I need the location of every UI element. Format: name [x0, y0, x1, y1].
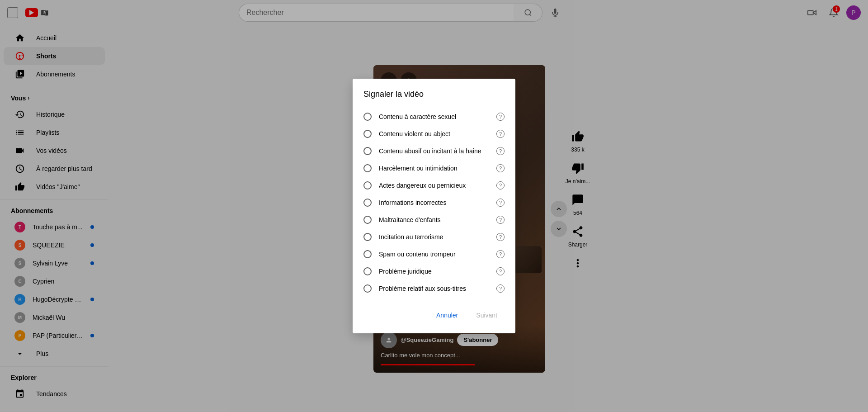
radio-label-dangereux: Actes dangereux ou pernicieux: [379, 182, 489, 189]
radio-circle-harcelement: [363, 164, 372, 172]
help-icon-spam[interactable]: ?: [496, 250, 505, 258]
radio-label-violent: Contenu violent ou abject: [379, 130, 489, 137]
radio-label-incorrectes: Informations incorrectes: [379, 199, 489, 206]
cancel-button[interactable]: Annuler: [429, 308, 465, 322]
radio-option-sous-titres[interactable]: Problème relatif aux sous-titres ?: [363, 280, 505, 297]
report-options: Contenu à caractère sexuel ? Contenu vio…: [363, 108, 505, 297]
radio-circle-violent: [363, 130, 372, 138]
modal-footer: Annuler Suivant: [363, 308, 505, 322]
radio-circle-terrorisme: [363, 233, 372, 241]
radio-label-maltraitance: Maltraitance d'enfants: [379, 216, 489, 223]
help-icon-harcelement[interactable]: ?: [496, 164, 505, 172]
radio-label-sous-titres: Problème relatif aux sous-titres: [379, 285, 489, 292]
radio-circle-incorrectes: [363, 199, 372, 207]
radio-label-juridique: Problème juridique: [379, 268, 489, 275]
radio-option-harcelement[interactable]: Harcèlement ou intimidation ?: [363, 160, 505, 177]
next-button[interactable]: Suivant: [469, 308, 505, 322]
radio-label-spam: Spam ou contenu trompeur: [379, 251, 489, 258]
radio-option-maltraitance[interactable]: Maltraitance d'enfants ?: [363, 211, 505, 228]
radio-circle-sous-titres: [363, 284, 372, 293]
radio-circle-spam: [363, 250, 372, 258]
radio-option-violent[interactable]: Contenu violent ou abject ?: [363, 125, 505, 142]
modal-title: Signaler la vidéo: [363, 90, 505, 99]
help-icon-juridique[interactable]: ?: [496, 267, 505, 275]
report-modal: Signaler la vidéo Contenu à caractère se…: [353, 79, 515, 333]
modal-overlay[interactable]: Signaler la vidéo Contenu à caractère se…: [0, 0, 868, 412]
help-icon-abusif[interactable]: ?: [496, 147, 505, 155]
radio-label-sexuel: Contenu à caractère sexuel: [379, 113, 489, 120]
help-icon-sous-titres[interactable]: ?: [496, 284, 505, 293]
radio-label-harcelement: Harcèlement ou intimidation: [379, 165, 489, 172]
radio-circle-maltraitance: [363, 216, 372, 224]
radio-option-juridique[interactable]: Problème juridique ?: [363, 263, 505, 280]
radio-circle-juridique: [363, 267, 372, 275]
radio-circle-sexuel: [363, 113, 372, 121]
help-icon-incorrectes[interactable]: ?: [496, 199, 505, 207]
radio-option-terrorisme[interactable]: Incitation au terrorisme ?: [363, 228, 505, 246]
radio-label-terrorisme: Incitation au terrorisme: [379, 233, 489, 241]
radio-option-sexuel[interactable]: Contenu à caractère sexuel ?: [363, 108, 505, 125]
radio-option-spam[interactable]: Spam ou contenu trompeur ?: [363, 246, 505, 263]
help-icon-sexuel[interactable]: ?: [496, 113, 505, 121]
radio-option-incorrectes[interactable]: Informations incorrectes ?: [363, 194, 505, 211]
help-icon-violent[interactable]: ?: [496, 130, 505, 138]
help-icon-terrorisme[interactable]: ?: [496, 233, 505, 241]
radio-label-abusif: Contenu abusif ou incitant à la haine: [379, 147, 489, 155]
help-icon-dangereux[interactable]: ?: [496, 181, 505, 189]
help-icon-maltraitance[interactable]: ?: [496, 216, 505, 224]
radio-option-abusif[interactable]: Contenu abusif ou incitant à la haine ?: [363, 142, 505, 160]
radio-circle-abusif: [363, 147, 372, 155]
radio-circle-dangereux: [363, 181, 372, 189]
radio-option-dangereux[interactable]: Actes dangereux ou pernicieux ?: [363, 177, 505, 194]
